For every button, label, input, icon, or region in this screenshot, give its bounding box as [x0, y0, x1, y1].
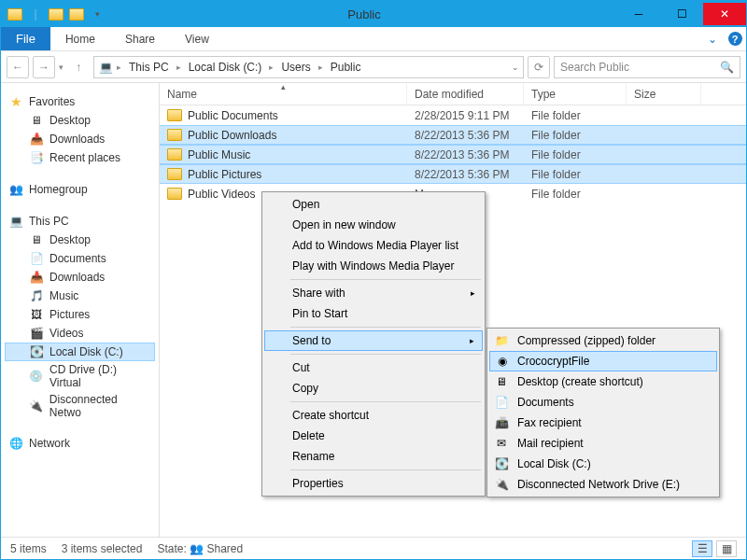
menu-item-label: CrococryptFile [517, 355, 589, 368]
star-icon: ★ [8, 94, 23, 109]
chevron-right-icon[interactable]: ▸ [115, 63, 123, 72]
folder-icon [167, 167, 182, 182]
menu-item[interactable]: Add to Windows Media Player list [264, 235, 483, 256]
details-view-button[interactable]: ☰ [692, 540, 712, 557]
qat-dropdown-icon[interactable]: ▾ [89, 6, 106, 22]
sidebar-item-downloads[interactable]: 📥Downloads [5, 130, 155, 148]
sidebar-homegroup[interactable]: 👥Homegroup [5, 180, 155, 199]
sidebar-item-cddrive[interactable]: 💿CD Drive (D:) Virtual [5, 361, 155, 391]
chevron-right-icon[interactable]: ▸ [175, 63, 183, 72]
menu-item[interactable]: Cut [264, 357, 483, 378]
file-tab[interactable]: File [1, 27, 50, 50]
table-row[interactable]: Public Documents2/28/2015 9:11 PMFile fo… [160, 105, 746, 125]
menu-item[interactable]: Create shortcut [264, 405, 483, 426]
folder-icon [167, 128, 182, 143]
address-dropdown-icon[interactable]: ⌄ [512, 63, 519, 72]
desktop-icon: 🖥 [29, 113, 44, 128]
forward-button[interactable]: → [33, 56, 55, 78]
menu-item-label: Mail recipient [517, 437, 584, 450]
history-dropdown-icon[interactable]: ▾ [59, 63, 63, 72]
col-type[interactable]: Type [524, 83, 627, 105]
chevron-right-icon[interactable]: ▸ [267, 63, 275, 72]
view-tab[interactable]: View [170, 27, 224, 50]
menu-item[interactable]: 📄Documents [489, 392, 717, 413]
sidebar-network[interactable]: 🌐Network [5, 434, 155, 453]
table-row[interactable]: Public Music8/22/2013 5:36 PMFile folder [160, 145, 746, 164]
breadcrumb-users[interactable]: Users [277, 61, 314, 74]
menu-item[interactable]: Properties [264, 473, 483, 494]
refresh-button[interactable]: ⟳ [528, 56, 550, 78]
folder-icon [7, 6, 23, 22]
menu-item-icon: 📁 [493, 332, 510, 349]
sidebar-item-documents[interactable]: 📄Documents [5, 249, 155, 268]
sidebar-item-pictures[interactable]: 🖼Pictures [5, 305, 155, 324]
navigation-bar: ← → ▾ ↑ 💻 ▸ This PC ▸ Local Disk (C:) ▸ … [1, 51, 746, 83]
menu-separator [290, 401, 481, 402]
menu-item[interactable]: Copy [264, 378, 483, 399]
sidebar-item-videos[interactable]: 🎬Videos [5, 324, 155, 343]
menu-item[interactable]: Delete [264, 426, 483, 446]
menu-item[interactable]: Send to▸ [264, 330, 483, 351]
sidebar-favorites[interactable]: ★Favorites [5, 92, 155, 111]
address-bar[interactable]: 💻 ▸ This PC ▸ Local Disk (C:) ▸ Users ▸ … [93, 56, 524, 78]
col-date[interactable]: Date modified [407, 83, 524, 105]
breadcrumb-public[interactable]: Public [327, 61, 365, 74]
col-size[interactable]: Size [627, 83, 701, 105]
breadcrumb-thispc[interactable]: This PC [125, 61, 173, 74]
ribbon-expand-icon[interactable]: ⌄ [701, 27, 724, 50]
menu-item[interactable]: 💽Local Disk (C:) [489, 454, 717, 474]
menu-item[interactable]: 📠Fax recipient [489, 413, 717, 433]
menu-item[interactable]: 🔌Disconnected Network Drive (E:) [489, 474, 717, 495]
file-date: 8/22/2013 5:36 PM [407, 168, 524, 181]
sidebar-item-desktop[interactable]: 🖥Desktop [5, 111, 155, 130]
sidebar-item-recent[interactable]: 📑Recent places [5, 148, 155, 167]
menu-item[interactable]: Share with▸ [264, 283, 483, 303]
file-date: 8/22/2013 5:36 PM [407, 148, 524, 161]
menu-item-icon: 🔌 [493, 476, 510, 493]
context-menu[interactable]: OpenOpen in new windowAdd to Windows Med… [261, 191, 486, 497]
up-button[interactable]: ↑ [67, 56, 90, 78]
menu-item[interactable]: 🖥Desktop (create shortcut) [489, 371, 717, 392]
minimize-button[interactable]: ─ [617, 3, 660, 25]
menu-item[interactable]: ◉CrococryptFile [489, 351, 717, 371]
submenu-arrow-icon: ▸ [471, 288, 475, 298]
state-label: State: 👥 Shared [157, 542, 243, 555]
icons-view-button[interactable]: ▦ [716, 540, 737, 557]
sendto-submenu[interactable]: 📁Compressed (zipped) folder◉CrococryptFi… [486, 328, 720, 497]
sidebar-item-music[interactable]: 🎵Music [5, 287, 155, 305]
help-button[interactable]: ? [724, 27, 746, 50]
cd-icon: 💿 [29, 369, 44, 384]
breadcrumb-disk[interactable]: Local Disk (C:) [185, 61, 266, 74]
chevron-right-icon[interactable]: ▸ [317, 63, 325, 72]
sidebar-thispc[interactable]: 💻This PC [5, 212, 155, 231]
status-bar: 5 items 3 items selected State: 👥 Shared… [1, 537, 746, 559]
back-button[interactable]: ← [7, 56, 29, 78]
sidebar-item-downloads2[interactable]: 📥Downloads [5, 268, 155, 287]
new-folder-icon[interactable] [68, 6, 85, 22]
col-name[interactable]: ▴Name [160, 83, 407, 105]
menu-item[interactable]: Open [264, 194, 483, 215]
menu-item[interactable]: Pin to Start [264, 303, 483, 324]
sidebar-item-localdisk[interactable]: 💽Local Disk (C:) [5, 343, 155, 361]
menu-item[interactable]: Open in new window [264, 215, 483, 235]
menu-item[interactable]: ✉Mail recipient [489, 433, 717, 454]
sidebar-item-desktop2[interactable]: 🖥Desktop [5, 231, 155, 249]
search-input[interactable]: Search Public 🔍 [554, 56, 740, 78]
menu-item[interactable]: Play with Windows Media Player [264, 256, 483, 276]
music-icon: 🎵 [29, 288, 44, 303]
menu-item[interactable]: Rename [264, 446, 483, 467]
titlebar[interactable]: | ▾ Public ─ ☐ ✕ [1, 1, 746, 27]
maximize-button[interactable]: ☐ [660, 3, 703, 25]
menu-item-icon: ◉ [494, 353, 511, 370]
table-row[interactable]: Public Downloads8/22/2013 5:36 PMFile fo… [160, 125, 746, 145]
properties-icon[interactable] [48, 6, 64, 22]
home-tab[interactable]: Home [50, 27, 110, 50]
table-row[interactable]: Public Pictures8/22/2013 5:36 PMFile fol… [160, 164, 746, 184]
menu-item[interactable]: 📁Compressed (zipped) folder [489, 330, 717, 351]
close-button[interactable]: ✕ [703, 3, 746, 25]
share-tab[interactable]: Share [110, 27, 170, 50]
menu-item-icon: 📠 [493, 414, 510, 431]
help-icon: ? [728, 32, 742, 46]
sidebar-item-disconnected[interactable]: 🔌Disconnected Netwo [5, 391, 155, 421]
file-type: File folder [524, 109, 627, 122]
